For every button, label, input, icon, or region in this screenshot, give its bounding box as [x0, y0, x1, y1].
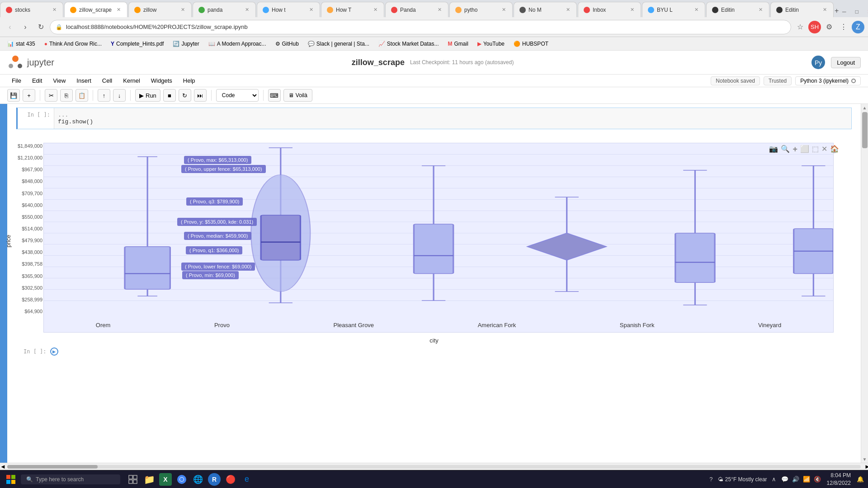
notebook-name[interactable]: zillow_scrape — [352, 58, 405, 67]
tab-editing2[interactable]: Editin ✕ — [770, 2, 834, 17]
tray-arrow-icon[interactable]: ∧ — [770, 475, 778, 483]
add-cell-button[interactable]: + — [23, 89, 35, 102]
tab-howt2[interactable]: How T ✕ — [321, 2, 384, 17]
bookmark-stat435[interactable]: 📊 stat 435 — [4, 40, 39, 48]
tab-close7-icon[interactable]: ✕ — [501, 6, 507, 14]
scrollbar-track[interactable] — [861, 111, 868, 455]
tab-panda[interactable]: panda ✕ — [193, 2, 256, 17]
lasso-icon[interactable]: ⬚ — [812, 145, 819, 154]
copy-button[interactable]: ⎘ — [60, 89, 73, 102]
notebook-scroll-area[interactable]: In [ ]: ... fig.show() — [0, 104, 861, 463]
user-avatar-icon[interactable]: Z — [852, 21, 864, 33]
cut-button[interactable]: ✂ — [45, 89, 57, 102]
minimize-button[interactable]: ─ — [839, 6, 849, 17]
bookmark-github[interactable]: ⚙ GitHub — [272, 40, 302, 48]
crosshair-icon[interactable]: ✕ — [821, 145, 827, 154]
menu-cell[interactable]: Cell — [98, 75, 117, 86]
tab-howt1[interactable]: How t ✕ — [257, 2, 320, 17]
stop-button[interactable]: ■ — [163, 89, 176, 102]
menu-edit[interactable]: Edit — [28, 75, 47, 86]
tab-close12-icon[interactable]: ✕ — [822, 6, 828, 14]
tab-close5-icon[interactable]: ✕ — [373, 6, 378, 14]
bookmark-youtube[interactable]: ▶ YouTube — [474, 40, 508, 48]
save-button[interactable]: 💾 — [7, 89, 20, 102]
excel-icon[interactable]: X — [159, 473, 172, 486]
menu-insert[interactable]: Insert — [72, 75, 96, 86]
scroll-up-arrow[interactable]: ▲ — [861, 104, 868, 111]
menu-view[interactable]: View — [48, 75, 70, 86]
bookmark-hubspot[interactable]: 🟠 HUBSPOT — [510, 40, 552, 48]
tab-pandas2[interactable]: Panda ✕ — [385, 2, 448, 17]
scroll-down-arrow[interactable]: ▼ — [861, 455, 868, 463]
fast-forward-button[interactable]: ⏭ — [194, 89, 207, 102]
keyboard-shortcut-button[interactable]: ⌨ — [268, 89, 281, 102]
tray-help-icon[interactable]: ? — [707, 475, 715, 483]
tab-editing1[interactable]: Editin ✕ — [706, 2, 769, 17]
refresh-button[interactable]: ↻ — [34, 21, 47, 33]
home-icon[interactable]: 🏠 — [830, 145, 839, 154]
bookmark-thinkgrow[interactable]: ● Think And Grow Ric... — [41, 40, 105, 48]
tray-volume-icon[interactable]: 🔊 — [792, 475, 800, 483]
tab-byu[interactable]: BYU L ✕ — [642, 2, 705, 17]
logout-button[interactable]: Logout — [831, 57, 861, 68]
menu-icon[interactable]: ⋮ — [837, 21, 850, 33]
tab-close3-icon[interactable]: ✕ — [244, 6, 250, 14]
tab-close4-icon[interactable]: ✕ — [308, 6, 314, 14]
taskbar-icon-r[interactable]: R — [208, 473, 221, 486]
tray-volume2-icon[interactable]: 🔇 — [813, 475, 821, 483]
back-button[interactable]: ‹ — [4, 21, 16, 33]
forward-button[interactable]: › — [19, 21, 32, 33]
bottom-scroll-thumb[interactable] — [7, 465, 98, 469]
tab-close2-icon[interactable]: ✕ — [180, 6, 186, 14]
box-select-icon[interactable]: ⬜ — [800, 145, 809, 154]
tray-chat-icon[interactable]: 💬 — [781, 475, 789, 483]
tab-inbox[interactable]: Inbox ✕ — [578, 2, 641, 17]
run-button[interactable]: ▶ Run — [135, 89, 160, 102]
edge-icon[interactable]: 🌐 — [192, 473, 204, 486]
system-clock[interactable]: 8:04 PM 12/8/2022 — [827, 472, 851, 487]
zoom-plus-icon[interactable]: + — [793, 145, 797, 154]
bookmark-stockmarket[interactable]: 📈 Stock Market Datas... — [375, 40, 443, 48]
menu-help[interactable]: Help — [179, 75, 200, 86]
menu-kernel[interactable]: Kernel — [118, 75, 145, 86]
chrome-icon[interactable] — [175, 473, 188, 486]
new-tab-button[interactable]: + — [835, 5, 839, 17]
cell-type-select[interactable]: Code Markdown Raw — [216, 89, 259, 102]
task-view-icon[interactable] — [127, 473, 139, 486]
menu-widgets[interactable]: Widgets — [146, 75, 177, 86]
trusted-badge[interactable]: Trusted — [764, 76, 792, 85]
voila-button[interactable]: 🖥 Voilà — [283, 89, 312, 102]
ubuntu-icon[interactable]: 🔴 — [224, 473, 237, 486]
tab-close6-icon[interactable]: ✕ — [437, 6, 443, 14]
taskbar-search-box[interactable]: 🔍 Type here to search — [21, 474, 120, 484]
tab-close9-icon[interactable]: ✕ — [629, 6, 635, 14]
file-explorer-icon[interactable]: 📁 — [143, 473, 156, 486]
right-scrollbar[interactable]: ▲ ▼ — [861, 104, 868, 463]
tab-close-icon[interactable]: ✕ — [52, 6, 57, 14]
ms-edge-icon[interactable]: e — [241, 473, 253, 486]
close-button[interactable]: ✕ — [864, 6, 868, 17]
scroll-left-arrow[interactable]: ◄ — [0, 463, 4, 470]
tab-nom[interactable]: No M ✕ — [514, 2, 577, 17]
bookmark-hints[interactable]: Y Complete_Hints.pdf — [107, 40, 167, 48]
menu-file[interactable]: File — [7, 75, 26, 86]
add-cell-icon[interactable]: ▶ — [50, 347, 58, 356]
bookmark-slack[interactable]: 💬 Slack | general | Sta... — [304, 40, 373, 48]
tab-zillow-scrape[interactable]: zillow_scrape ✕ — [64, 2, 127, 17]
address-bar[interactable]: 🔒 localhost:8888/notebooks/HOME%20PROJEC… — [50, 20, 791, 34]
move-down-button[interactable]: ↓ — [113, 89, 126, 102]
bookmark-star-icon[interactable]: ☆ — [794, 21, 807, 33]
tab-stocks[interactable]: stocks ✕ — [0, 2, 63, 17]
tray-network-icon[interactable]: 📶 — [802, 475, 811, 483]
start-button[interactable] — [4, 472, 18, 487]
tab-zillow2[interactable]: zillow ✕ — [128, 2, 192, 17]
notification-icon[interactable]: 🔔 — [856, 475, 864, 483]
zoom-icon[interactable]: 🔍 — [781, 145, 790, 154]
cell-code-text[interactable]: ... fig.show() — [54, 108, 851, 129]
tab-close8-icon[interactable]: ✕ — [565, 6, 571, 14]
tab-close-active-icon[interactable]: ✕ — [116, 6, 122, 14]
restart-button[interactable]: ↻ — [179, 89, 191, 102]
bookmark-gmail[interactable]: M Gmail — [444, 40, 472, 48]
tab-close11-icon[interactable]: ✕ — [758, 6, 764, 14]
weather-widget[interactable]: 🌤 25°F Mostly clear — [718, 476, 767, 483]
